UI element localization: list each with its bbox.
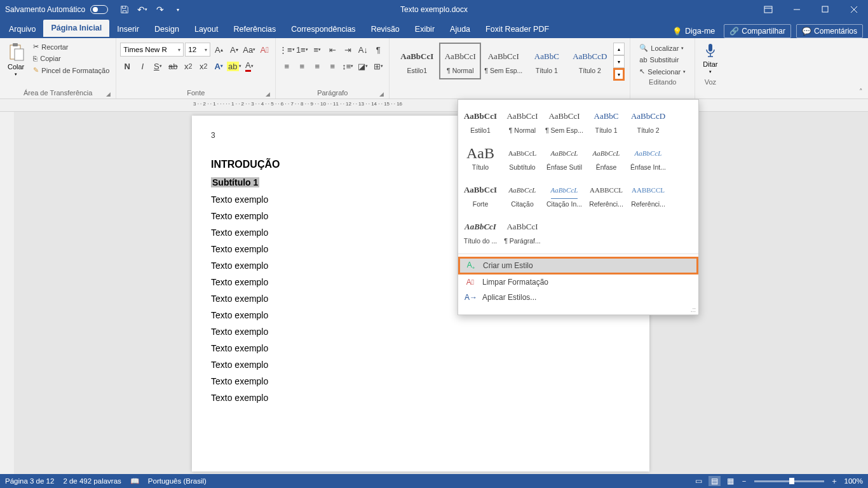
style-item[interactable]: AaBbCcI¶ Normal: [501, 102, 543, 139]
borders-icon[interactable]: ⊞▾: [371, 59, 385, 73]
styles-more-button[interactable]: ▾: [613, 68, 625, 81]
resize-grip-icon[interactable]: .::: [458, 306, 698, 315]
proofing-icon[interactable]: 📖: [130, 477, 139, 485]
style-item[interactable]: AaBbCcIEstilo1: [459, 102, 501, 139]
style-item[interactable]: AaBbCcLCitação: [501, 176, 543, 213]
document-line[interactable]: Texto exemplo: [211, 343, 630, 353]
print-layout-icon[interactable]: ▤: [709, 476, 721, 486]
select-button[interactable]: ↖Selecionar▾: [637, 66, 688, 77]
style-item[interactable]: AaBbCcLSubtítulo: [501, 139, 543, 176]
document-line[interactable]: Texto exemplo: [211, 327, 630, 337]
tab-revisao[interactable]: Revisão: [363, 21, 407, 38]
tab-foxit[interactable]: Foxit Reader PDF: [478, 21, 557, 38]
subscript-icon[interactable]: x2: [181, 59, 195, 73]
cut-button[interactable]: ✂Recortar: [31, 41, 112, 52]
style-item[interactable]: AaBbCcI¶ Parágraf...: [501, 213, 543, 250]
close-icon[interactable]: [839, 0, 868, 19]
style-item[interactable]: AaBbCcDTítulo 2: [569, 43, 611, 79]
styles-scroll-down-icon[interactable]: ▾: [613, 55, 625, 68]
maximize-icon[interactable]: [811, 0, 839, 19]
tab-ajuda[interactable]: Ajuda: [442, 21, 478, 38]
paste-button[interactable]: Colar ▾: [4, 40, 28, 79]
save-icon[interactable]: [117, 2, 132, 17]
font-name-input[interactable]: [123, 46, 175, 53]
font-name-combo[interactable]: ▾: [120, 43, 184, 57]
highlight-icon[interactable]: ab▾: [227, 59, 241, 73]
zoom-slider[interactable]: [754, 480, 824, 482]
style-item[interactable]: AaBbCcLÊnfase: [585, 139, 627, 176]
dialog-launcher-icon[interactable]: ◢: [379, 91, 384, 97]
strikethrough-icon[interactable]: ab: [166, 59, 180, 73]
status-page[interactable]: Página 3 de 12: [5, 477, 54, 485]
style-item[interactable]: AABBCCLReferênci...: [627, 176, 669, 213]
read-mode-icon[interactable]: ▭: [695, 477, 702, 485]
align-right-icon[interactable]: ≡: [310, 59, 324, 73]
tab-pagina-inicial[interactable]: Página Inicial: [43, 20, 109, 38]
find-button[interactable]: 🔍Localizar▾: [637, 43, 688, 53]
replace-button[interactable]: abSubstituir: [637, 55, 688, 65]
underline-icon[interactable]: S▾: [151, 59, 165, 73]
style-item[interactable]: AABBCCLReferênci...: [585, 176, 627, 213]
text-effects-icon[interactable]: A▾: [212, 59, 226, 73]
format-painter-button[interactable]: ✎Pincel de Formatação: [31, 65, 112, 76]
style-item[interactable]: AaBbCcIEstilo1: [396, 43, 438, 79]
zoom-out-icon[interactable]: －: [740, 477, 748, 486]
style-item[interactable]: AaBbCcLÊnfase Sutil: [543, 139, 585, 176]
style-item[interactable]: AaBbCcITítulo do ...: [459, 213, 501, 250]
tab-correspondencias[interactable]: Correspondências: [283, 21, 363, 38]
style-item[interactable]: AaBbCcDTítulo 2: [627, 102, 669, 139]
clear-formatting-menu-item[interactable]: A⃠ Limpar Formatação: [458, 274, 698, 290]
styles-scroll-up-icon[interactable]: ▴: [613, 43, 625, 55]
tab-exibir[interactable]: Exibir: [407, 21, 442, 38]
qat-more-icon[interactable]: ▾: [170, 2, 186, 17]
create-style-menu-item[interactable]: A+ Criar um Estilo: [458, 257, 698, 274]
show-marks-icon[interactable]: ¶: [371, 43, 385, 57]
redo-icon[interactable]: ↷: [153, 2, 168, 17]
tab-layout[interactable]: Layout: [187, 21, 226, 38]
style-item[interactable]: AaBbCcLÊnfase Int...: [627, 139, 669, 176]
tab-referencias[interactable]: Referências: [226, 21, 283, 38]
increase-indent-icon[interactable]: ⇥: [341, 43, 355, 57]
web-layout-icon[interactable]: ▦: [727, 477, 734, 485]
vertical-ruler[interactable]: [0, 112, 14, 474]
increase-font-icon[interactable]: A▴: [212, 43, 226, 57]
decrease-indent-icon[interactable]: ⇤: [325, 43, 339, 57]
tell-me-search[interactable]: 💡 Diga-me: [668, 25, 719, 37]
status-language[interactable]: Português (Brasil): [148, 477, 207, 485]
zoom-level[interactable]: 100%: [844, 477, 863, 485]
autosave-toggle[interactable]: Salvamento Automático: [0, 5, 113, 14]
tab-inserir[interactable]: Inserir: [109, 21, 147, 38]
dialog-launcher-icon[interactable]: ◢: [106, 91, 111, 97]
bold-icon[interactable]: N: [120, 59, 134, 73]
font-size-combo[interactable]: ▾: [185, 43, 210, 57]
style-item[interactable]: AaBbCcI¶ Sem Esp...: [482, 43, 524, 79]
shading-icon[interactable]: ◪▾: [356, 59, 370, 73]
change-case-icon[interactable]: Aa▾: [242, 43, 256, 57]
align-center-icon[interactable]: ≡: [295, 59, 309, 73]
horizontal-ruler[interactable]: 3 · · 2 · · 1 · · · · · 1 · · 2 · · 3 · …: [14, 99, 868, 111]
tab-arquivo[interactable]: Arquivo: [1, 21, 43, 38]
copy-button[interactable]: ⎘Copiar: [31, 53, 112, 64]
minimize-icon[interactable]: [782, 0, 811, 19]
style-item[interactable]: AaBbCTítulo 1: [585, 102, 627, 139]
status-words[interactable]: 2 de 492 palavras: [63, 477, 121, 485]
bullets-icon[interactable]: ⋮≡▾: [280, 43, 294, 57]
document-area[interactable]: 3 INTRODUÇÃO Subtítulo 1 Texto exemploTe…: [14, 112, 868, 474]
clear-formatting-icon[interactable]: A⃞: [257, 43, 271, 57]
style-item[interactable]: AaBTítulo: [459, 139, 501, 176]
sort-icon[interactable]: A↓: [356, 43, 370, 57]
comments-button[interactable]: 💬Comentários: [796, 24, 863, 38]
justify-icon[interactable]: ≡: [325, 59, 339, 73]
style-item[interactable]: AaBbCcI¶ Normal: [439, 43, 481, 79]
decrease-font-icon[interactable]: A▾: [227, 43, 241, 57]
font-size-input[interactable]: [188, 46, 202, 53]
superscript-icon[interactable]: x2: [196, 59, 210, 73]
collapse-ribbon-icon[interactable]: ˄: [859, 88, 863, 96]
document-line[interactable]: Texto exemplo: [211, 376, 630, 386]
share-button[interactable]: 🔗Compartilhar: [724, 24, 791, 38]
document-subheading[interactable]: Subtítulo 1: [211, 177, 259, 187]
line-spacing-icon[interactable]: ↕≡▾: [341, 59, 355, 73]
style-item[interactable]: AaBbCcLCitação In...: [543, 176, 585, 213]
style-item[interactable]: AaBbCcI¶ Sem Esp...: [543, 102, 585, 139]
italic-icon[interactable]: I: [135, 59, 149, 73]
